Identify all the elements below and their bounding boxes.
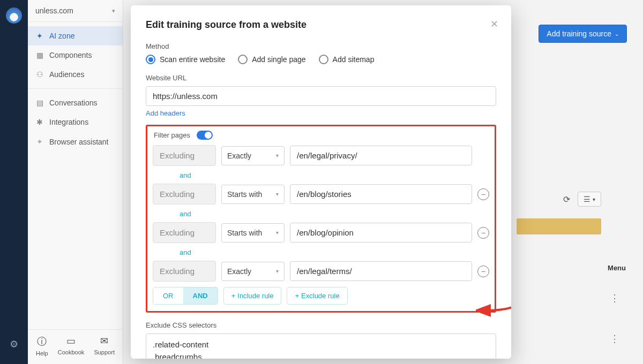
css-selectors-label: Exclude CSS selectors <box>146 321 496 329</box>
filter-rule: Excluding Exactly▾ <box>153 145 489 166</box>
rule-match-select[interactable]: Exactly▾ <box>221 262 285 281</box>
method-single-radio[interactable]: Add single page <box>238 55 305 64</box>
include-rule-button[interactable]: + Include rule <box>223 287 282 305</box>
filter-pages-toggle[interactable] <box>197 131 213 140</box>
remove-rule-icon[interactable]: − <box>477 188 489 200</box>
rule-mode: Excluding <box>153 261 216 282</box>
website-url-input[interactable] <box>146 86 496 106</box>
rule-match-select[interactable]: Starts with▾ <box>221 223 285 242</box>
rule-value-input[interactable] <box>290 184 472 204</box>
radio-icon <box>238 55 248 64</box>
filter-rule: Excluding Starts with▾ − <box>153 184 489 204</box>
rule-join: and <box>153 246 489 261</box>
radio-icon <box>319 55 328 64</box>
rule-match-select[interactable]: Exactly▾ <box>221 146 285 165</box>
rule-mode: Excluding <box>153 222 216 243</box>
remove-rule-icon[interactable]: − <box>477 266 489 277</box>
css-selectors-input[interactable]: .related-content .breadcrumbs .cta-secti… <box>146 333 496 359</box>
modal-title: Edit training source from a website <box>146 19 496 31</box>
filter-rule: Excluding Exactly▾ − <box>153 261 489 282</box>
rule-mode: Excluding <box>153 145 216 166</box>
logic-segmented: OR AND <box>153 287 218 305</box>
rule-value-input[interactable] <box>290 261 472 281</box>
rule-match-select[interactable]: Starts with▾ <box>221 185 285 204</box>
chevron-down-icon: ▾ <box>276 153 279 158</box>
exclude-rule-button[interactable]: + Exclude rule <box>287 287 347 305</box>
radio-icon <box>146 55 155 64</box>
chevron-down-icon: ▾ <box>276 268 279 274</box>
chevron-down-icon: ▾ <box>276 191 279 197</box>
logic-and-button[interactable]: AND <box>183 287 218 304</box>
rule-join: and <box>153 169 489 184</box>
url-label: Website URL <box>146 74 496 82</box>
chevron-down-icon: ▾ <box>276 230 279 236</box>
rule-value-input[interactable] <box>290 223 472 242</box>
edit-training-source-modal: ✕ Edit training source from a website Me… <box>131 5 511 359</box>
method-label: Method <box>146 42 496 50</box>
method-scan-radio[interactable]: Scan entire website <box>146 55 225 64</box>
remove-rule-icon[interactable]: − <box>477 227 489 239</box>
close-icon[interactable]: ✕ <box>490 18 498 30</box>
filter-pages-label: Filter pages <box>154 131 190 139</box>
method-sitemap-radio[interactable]: Add sitemap <box>319 55 375 64</box>
rule-join: and <box>153 208 489 222</box>
filter-rule: Excluding Starts with▾ − <box>153 222 489 243</box>
rule-mode: Excluding <box>153 184 216 204</box>
add-headers-link[interactable]: Add headers <box>146 109 185 117</box>
rule-value-input[interactable] <box>290 146 472 165</box>
logic-or-button[interactable]: OR <box>153 287 183 304</box>
